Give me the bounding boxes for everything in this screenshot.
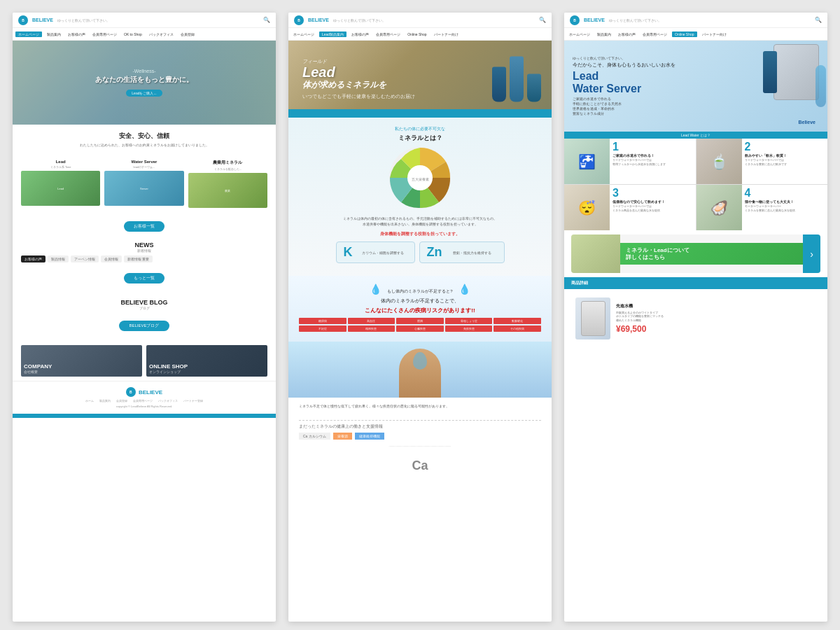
p1-blog-title: BELIEVE BLOG — [21, 299, 267, 306]
p3-menu-products[interactable]: 製品案内 — [595, 32, 613, 36]
p2-menu-voice[interactable]: お客様の声 — [349, 32, 371, 36]
p1-menu-home[interactable]: ホームページ — [15, 31, 42, 37]
p2-url: ゆっくりと飲んで頂いて下さい。 — [333, 18, 535, 22]
p2-search-icon[interactable]: 🔍 — [539, 17, 546, 23]
p3-blue-bar: Lead Water とは？ — [564, 132, 827, 139]
p1-tagline-title: 安全、安心、信頼 — [21, 132, 267, 141]
p1-menu-shop[interactable]: OK to Shop — [122, 32, 144, 36]
p3-product-card-img — [575, 298, 610, 340]
p2-risk-6: 不妊症 — [299, 326, 346, 332]
p3-feature-4-img: 🦪 — [696, 185, 742, 230]
p2-water-drop — [413, 352, 427, 370]
p2-mineral-footer: ミネラル不足で体と慢性な低下して疲れ果く。様々な疾患症状の悪化に陥る可能性があり… — [288, 398, 552, 414]
p1-search-icon[interactable]: 🔍 — [263, 17, 270, 23]
p1-tab-event[interactable]: アーベン情報 — [71, 255, 99, 262]
p3-feature-1-img: 🚰 — [564, 139, 610, 184]
p3-menu-shop[interactable]: Online Shop — [672, 31, 697, 37]
p3-product-name: 先進水機 — [616, 303, 816, 309]
p3-menu-voice[interactable]: お客様の声 — [616, 32, 638, 36]
p1-url: ゆっくりと飲んで頂いて下さい。 — [57, 18, 259, 22]
p1-lead-sub: ミネラル系 Tone — [21, 165, 100, 169]
p2-deficiency-title: 体内のミネラルが不足することで、 — [299, 298, 541, 304]
p3-menu-home[interactable]: ホームページ — [567, 32, 592, 36]
p3-feature-1-num: 1 — [612, 141, 666, 153]
p1-footer-link-3[interactable]: 会員登録 — [116, 399, 127, 402]
p1-company-link[interactable]: COMPANY 会社概要 — [21, 345, 142, 377]
p1-lead-name: Lead — [21, 160, 100, 164]
p2-menu-home[interactable]: ホームページ — [291, 32, 316, 36]
p1-hero-content: -Wellness- あなたの生活をもっと豊かに。 Leadをご購入... — [95, 69, 193, 97]
p1-tab-product[interactable]: 製品情報 — [48, 255, 69, 262]
p3-menu-member[interactable]: 会員専用ページ — [640, 32, 669, 36]
p1-news-more[interactable]: もっと一覧 — [124, 273, 164, 284]
p2-risk-1: 糖尿病 — [299, 318, 346, 324]
p1-news: NEWS 新着情報 お客様の声 製品情報 アーベン情報 会員情報 新着情報 重要… — [13, 236, 276, 293]
p3-feature-2-img: 🍵 — [696, 139, 742, 184]
p3-server-img — [774, 44, 819, 100]
p1-shop-link[interactable]: ONLINE SHOP オンラインショップ — [146, 345, 267, 377]
p3-believe-text: Believe — [798, 120, 816, 125]
p1-tab-member[interactable]: 会員情報 — [101, 255, 122, 262]
p2-menu-shop[interactable]: Online Shop — [405, 32, 429, 36]
p1-footer-bar — [13, 414, 276, 418]
p1-menu-voice[interactable]: お客様の声 — [66, 32, 88, 36]
p2-ca-section: Ca — [288, 454, 552, 477]
p1-menu-back[interactable]: バックオフィス — [147, 32, 176, 36]
p2-food-wheel: 五大栄養素 — [388, 146, 451, 209]
p2-section-title: ミネラルとは？ — [299, 134, 541, 143]
p1-product-water: Water Server leadのすーヴぁ... Server — [104, 160, 183, 208]
p2-hero-main2: 体が求めるミネラルを — [302, 79, 415, 91]
p2-risk-4: 骨粗しょう症 — [445, 318, 493, 324]
p3-products-section: 商品詳細 — [564, 277, 827, 289]
p2-mineral-highlight: 身体機能を調整する役割を担っています。 — [299, 231, 541, 237]
p1-logo: B — [18, 15, 28, 25]
p1-footer-link-4[interactable]: 会員専用ページ — [133, 399, 153, 402]
p2-bottle-3 — [527, 74, 541, 102]
p1-footer-links: ホーム 製品案内 会員登録 会員専用ページ バックオフィス パートナー登録 — [21, 399, 267, 402]
p2-minerals-grid: K カリウム・細胞を調整する Zn 亜鉛・抵抗力を維持する — [299, 241, 541, 263]
p3-hero-desc: ご家庭の水道水で作れる 手軽に飲むことができる天然水 世界規格を達成・革命的水 … — [573, 97, 750, 116]
p3-product-price: ¥69,500 — [616, 324, 816, 334]
p1-tab-important[interactable]: 新着情報 重要 — [124, 255, 153, 262]
p1-menu-support[interactable]: 会員専用ページ — [90, 32, 119, 36]
p3-search-icon[interactable]: 🔍 — [815, 17, 822, 23]
p2-section-tag: 私たちの体に必要不可欠な — [299, 126, 541, 132]
p1-menu-products[interactable]: 製品案内 — [45, 32, 63, 36]
p3-menu-other[interactable]: パートナー向け — [700, 32, 729, 36]
p1-product-agri: 農業用ミネラル ミネラルを配合した... 農業 — [188, 160, 267, 208]
p2-menu-member[interactable]: 会員専用ページ — [374, 32, 402, 36]
p2-navbar: B BELIEVE ゆっくりと飲んで頂いて下さい。 🔍 — [288, 13, 552, 28]
p3-feature-2-desc: リードウォーターサーバーではミネラルを豊富に含んだ軟水です — [745, 158, 787, 166]
p1-shop-label: ONLINE SHOP — [149, 363, 188, 370]
p1-more-btn[interactable]: お客様一覧 — [124, 221, 164, 232]
p3-feature-4-desc: モーターウォーターサーバーミネラルを豊富に含んだ最高な水を提供 — [745, 204, 795, 212]
p2-zn-card: Zn 亜鉛・抵抗力を維持する — [419, 241, 505, 263]
p1-footer-link-1[interactable]: ホーム — [85, 399, 94, 402]
p3-feature-2: 🍵 2 飲みやすい「軟水」軟質！ リードウォーターサーバーではミネラルを豊富に含… — [696, 139, 828, 184]
p3-cta[interactable]: ミネラル・Leadについて詳しくはこちら › — [571, 234, 820, 273]
p2-hero: フィールド Lead 体が求めるミネラルを いつでもどこでも手軽に健康を楽しむた… — [288, 41, 552, 118]
p3-cta-arrow[interactable]: › — [803, 234, 820, 273]
p1-menu-register[interactable]: 会員登録 — [178, 32, 197, 36]
p3-feature-3-img: 😴 — [564, 185, 610, 230]
p2-deficiency-tag: もし体内のミネラルが不足すると? — [387, 289, 452, 293]
p1-hero-btn[interactable]: Leadをご購入... — [126, 90, 162, 97]
p3-product-card: 先進水機 市販買えるよ分のホワイトタイプ ボトルタイプの機能を豊富にマッチる 優… — [571, 293, 820, 344]
p3-hero-main: LeadWater Server — [573, 70, 750, 94]
p3-feature-4-title: 猫や食べ物に使っても大丈夫！ — [745, 200, 795, 204]
p1-tab-voice[interactable]: お客様の声 — [21, 255, 46, 262]
p1-footer-link-5[interactable]: バックオフィス — [158, 399, 178, 402]
p2-menu-lead[interactable]: Lead製品案内 — [319, 31, 346, 37]
p2-bottle-1 — [492, 67, 506, 102]
p2-table-section: まだったミネラルの健康上の働きと支援情報 Ca カルシウム 栄養源 健康維持機能… — [288, 414, 552, 454]
p2-water-icon-2: 💧 — [458, 284, 470, 295]
p2-menu-other[interactable]: パートナー向け — [432, 32, 461, 36]
p1-blog-more[interactable]: BELIEVEブログ — [119, 321, 169, 331]
p3-hero: ゆっくりと飲んで頂いて下さい。 今だからこそ、身体も心もうるおいしいお水を Le… — [564, 41, 827, 132]
p1-footer-link-6[interactable]: パートナー登録 — [183, 399, 203, 402]
p2-water-image — [288, 342, 552, 398]
p1-footer-link-2[interactable]: 製品案内 — [99, 399, 111, 402]
p2-bottle-2 — [510, 57, 524, 102]
p1-company-label: COMPANY — [24, 363, 52, 370]
p3-water-flow — [816, 65, 826, 107]
